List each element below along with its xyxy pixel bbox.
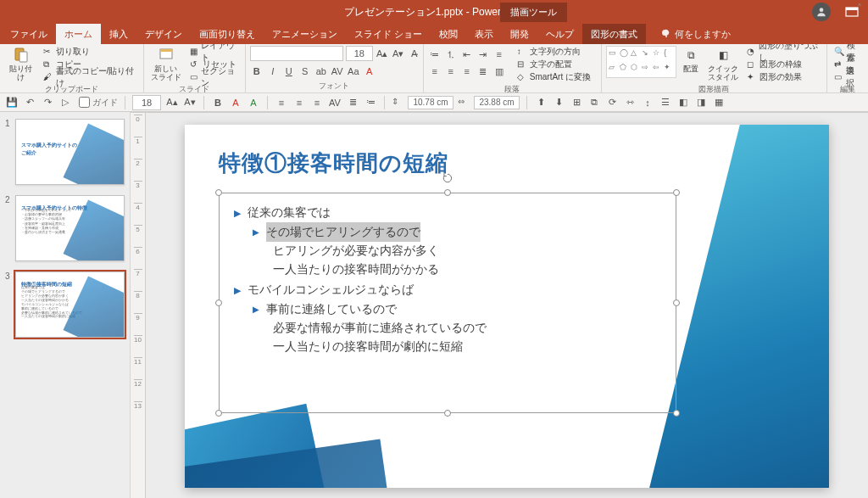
text-direction-button[interactable]: ↕文字列の方向 bbox=[515, 46, 593, 58]
bold-button[interactable]: B bbox=[250, 64, 264, 78]
thumbnail-3[interactable]: 特徴①接客時間の短縮 従来の集客では その場でヒアリングするので ヒアリングが必… bbox=[15, 271, 125, 338]
shape-height-input[interactable]: 10.78 cm bbox=[408, 96, 453, 109]
qat-font-color[interactable]: A bbox=[229, 96, 242, 109]
align-left-button[interactable]: ≡ bbox=[428, 64, 442, 78]
horizontal-ruler[interactable]: 0123456789101112131415161718192021222324… bbox=[131, 112, 868, 113]
tab-review[interactable]: 校閲 bbox=[431, 24, 466, 44]
tab-animations[interactable]: アニメーション bbox=[264, 24, 346, 44]
quick-styles-button[interactable]: ◧ クイック スタイル bbox=[705, 46, 741, 83]
qat-undo-button[interactable]: ↶ bbox=[23, 96, 36, 109]
qat-selection-pane[interactable]: ☰ bbox=[659, 96, 672, 109]
paste-button[interactable]: 貼り付け bbox=[4, 46, 37, 83]
qat-more1[interactable]: ◧ bbox=[676, 96, 690, 109]
layout-button[interactable]: ▦レイアウト bbox=[187, 46, 241, 58]
align-center-button[interactable]: ≡ bbox=[444, 64, 458, 78]
tab-transitions[interactable]: 画面切り替え bbox=[191, 24, 264, 44]
tab-developer[interactable]: 開発 bbox=[502, 24, 537, 44]
tab-home[interactable]: ホーム bbox=[56, 24, 101, 44]
qat-bullets[interactable]: ≔ bbox=[364, 96, 377, 109]
guide-checkbox[interactable]: ガイド bbox=[79, 97, 118, 109]
qat-align-objects[interactable]: ⊞ bbox=[570, 96, 583, 109]
shape-outline-button[interactable]: ◻図形の枠線 bbox=[744, 59, 821, 70]
font-color-button[interactable]: A bbox=[363, 64, 376, 78]
tab-design[interactable]: デザイン bbox=[136, 24, 191, 44]
tab-shape-format[interactable]: 図形の書式 bbox=[582, 24, 646, 44]
vertical-ruler[interactable]: 012345678910111213 bbox=[131, 113, 146, 498]
qat-line-spacing[interactable]: ≣ bbox=[346, 96, 359, 109]
qat-more3[interactable]: ▦ bbox=[712, 96, 726, 109]
bullets-button[interactable]: ≔ bbox=[428, 48, 442, 61]
shadow-button[interactable]: ab bbox=[314, 64, 328, 78]
qat-save-button[interactable]: 💾 bbox=[5, 96, 19, 109]
content-placeholder-selected[interactable]: ▶従来の集客では ▶その場でヒアリングするので ヒアリングが必要な内容が多く 一… bbox=[219, 193, 676, 413]
smartart-button[interactable]: ◇SmartArt に変換 bbox=[515, 71, 593, 83]
justify-button[interactable]: ≣ bbox=[476, 64, 490, 78]
qat-redo-button[interactable]: ↷ bbox=[41, 96, 54, 109]
change-case-button[interactable]: Aa bbox=[347, 64, 360, 78]
qat-shrink-font[interactable]: A▾ bbox=[183, 96, 197, 109]
cut-button[interactable]: ✂切り取り bbox=[41, 46, 138, 58]
italic-button[interactable]: I bbox=[266, 64, 280, 78]
shape-effects-button[interactable]: ✦図形の効果 bbox=[744, 71, 821, 83]
thumbnail-item[interactable]: 2 スマホ購入予約サイトの特徴 ・予約から来店までのヒアリング ・お客様の要望を… bbox=[0, 193, 130, 270]
tab-slideshow[interactable]: スライド ショー bbox=[346, 24, 431, 44]
qat-distribute-h[interactable]: ⇿ bbox=[623, 96, 637, 109]
indent-dec-button[interactable]: ⇤ bbox=[460, 48, 474, 61]
resize-handle-sw[interactable] bbox=[215, 410, 222, 417]
shapes-gallery[interactable]: ▭◯△↘☆{ ▱⬠⬡⇨⇦✦ bbox=[606, 46, 677, 78]
qat-start-button[interactable]: ▷ bbox=[58, 96, 72, 109]
resize-handle-s[interactable] bbox=[444, 410, 451, 417]
grow-font-button[interactable]: A▴ bbox=[376, 47, 389, 60]
shape-width-input[interactable]: 23.88 cm bbox=[474, 96, 520, 109]
format-painter-button[interactable]: 🖌書式のコピー/貼り付け bbox=[41, 71, 138, 83]
font-size-combo[interactable]: 18 bbox=[346, 46, 373, 61]
tab-insert[interactable]: 挿入 bbox=[101, 24, 136, 44]
font-name-combo[interactable] bbox=[250, 46, 343, 61]
align-text-button[interactable]: ⊟文字の配置 bbox=[515, 59, 593, 70]
resize-handle-se[interactable] bbox=[673, 410, 680, 417]
tab-help[interactable]: ヘルプ bbox=[537, 24, 582, 44]
guide-checkbox-input[interactable] bbox=[79, 97, 90, 108]
content-text[interactable]: ▶従来の集客では ▶その場でヒアリングするので ヒアリングが必要な内容が多く 一… bbox=[219, 193, 676, 367]
shape-fill-button[interactable]: ◔図形の塗りつぶし bbox=[744, 46, 821, 58]
slide-title[interactable]: 特徴①接客時間の短縮 bbox=[219, 148, 448, 178]
underline-button[interactable]: U bbox=[282, 64, 296, 78]
qat-font-size[interactable]: 18 bbox=[132, 95, 161, 110]
slide-canvas-area[interactable]: 特徴①接客時間の短縮 ▶従来の集客では bbox=[146, 113, 868, 498]
qat-distribute-v[interactable]: ↕ bbox=[641, 96, 654, 109]
tab-view[interactable]: 表示 bbox=[466, 24, 502, 44]
section-button[interactable]: ▭セクション bbox=[187, 71, 241, 83]
qat-align-left[interactable]: ≡ bbox=[275, 96, 288, 109]
indent-inc-button[interactable]: ⇥ bbox=[476, 48, 490, 61]
tell-me[interactable]: 何をしますか bbox=[646, 24, 731, 44]
rotate-handle[interactable] bbox=[442, 172, 453, 184]
arrange-button[interactable]: ⧉ 配置 bbox=[680, 46, 702, 75]
tab-file[interactable]: ファイル bbox=[2, 24, 56, 44]
qat-highlight[interactable]: A bbox=[247, 96, 260, 109]
clear-format-button[interactable]: A̶ bbox=[408, 47, 421, 60]
qat-align-right[interactable]: ≡ bbox=[310, 96, 324, 109]
qat-grow-font[interactable]: A▴ bbox=[165, 96, 179, 109]
slide-canvas[interactable]: 特徴①接客時間の短縮 ▶従来の集客では bbox=[185, 125, 829, 488]
shrink-font-button[interactable]: A▾ bbox=[392, 47, 405, 60]
qat-align-center[interactable]: ≡ bbox=[292, 96, 306, 109]
qat-char-spacing[interactable]: AV bbox=[328, 96, 342, 109]
numbering-button[interactable]: ⒈ bbox=[444, 48, 458, 61]
thumbnail-item[interactable]: 3 特徴①接客時間の短縮 従来の集客では その場でヒアリングするので ヒアリング… bbox=[0, 270, 130, 346]
select-button[interactable]: ▭選択 bbox=[832, 71, 864, 83]
new-slide-button[interactable]: 新しい スライド bbox=[148, 46, 184, 83]
qat-bring-front[interactable]: ⬆ bbox=[534, 96, 548, 109]
qat-group[interactable]: ⧉ bbox=[587, 96, 601, 109]
qat-bold[interactable]: B bbox=[211, 96, 225, 109]
qat-rotate[interactable]: ⟳ bbox=[605, 96, 619, 109]
thumbnail-item[interactable]: 1 スマホ購入予約サイトの ご紹介 bbox=[0, 117, 130, 193]
slide-thumbnail-pane[interactable]: 1 スマホ購入予約サイトの ご紹介 2 スマホ購入予約サイトの特徴 ・予約から来… bbox=[0, 112, 131, 498]
thumbnail-1[interactable]: スマホ購入予約サイトの ご紹介 bbox=[15, 119, 125, 185]
char-spacing-button[interactable]: AV bbox=[331, 64, 344, 78]
columns-button[interactable]: ▥ bbox=[492, 64, 506, 78]
qat-more2[interactable]: ◨ bbox=[694, 96, 708, 109]
strike-button[interactable]: S bbox=[298, 64, 312, 78]
account-avatar[interactable] bbox=[812, 3, 831, 21]
line-spacing-button[interactable]: ≡ bbox=[492, 48, 506, 61]
align-right-button[interactable]: ≡ bbox=[460, 64, 474, 78]
